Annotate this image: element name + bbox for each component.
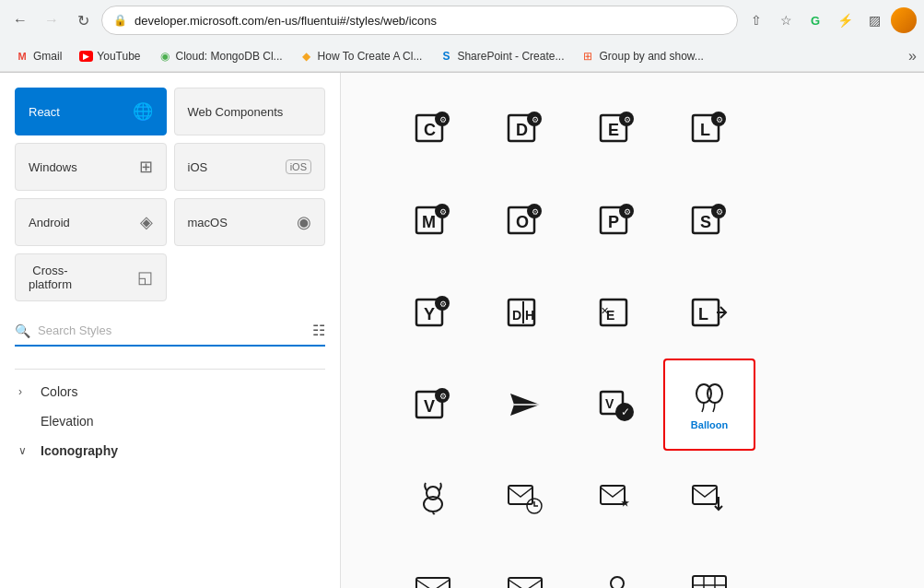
extensions-button[interactable]: ⚡ [832,7,858,33]
bookmark-group[interactable]: ⊞ Group by and show... [573,46,710,66]
colors-label: Colors [41,384,77,399]
bookmarks-bar: M Gmail ▶ YouTube ◉ Cloud: MongoDB Cl...… [0,41,924,72]
tree-item-iconography[interactable]: ∨ Iconography [15,436,325,465]
c-gear-icon: C ⚙ [415,110,451,147]
bookmarks-more[interactable]: » [908,48,917,65]
bookmark-gmail[interactable]: M Gmail [7,46,69,66]
icon-cell-balloon[interactable]: Balloon [663,359,755,451]
gmail-favicon: M [15,49,29,64]
bookmark-mongodb[interactable]: ◉ Cloud: MongoDB Cl... [150,46,290,66]
split-button[interactable]: ▨ [861,7,887,33]
svg-text:⚙: ⚙ [439,115,447,124]
address-bar[interactable]: 🔒 developer.microsoft.com/en-us/fluentui… [101,6,738,35]
icon-cell-l-arrow[interactable]: L [663,266,755,359]
svg-point-54 [708,384,722,403]
mail2-icon [507,570,544,588]
svg-text:D: D [516,121,528,139]
o-gear-icon: O ⚙ [507,202,544,239]
iconography-arrow: ∨ [18,444,33,457]
icon-cell-c-gear[interactable]: C ⚙ [387,82,479,174]
platform-cross[interactable]: Cross-platform ◱ [15,253,167,301]
icon-cell-mail-star[interactable] [571,451,663,543]
bookmark-button[interactable]: ☆ [773,7,799,33]
grid-toggle-icon[interactable]: ☷ [312,322,325,339]
group-favicon: ⊞ [580,49,595,64]
mail1-icon [415,570,451,588]
svg-text:⚙: ⚙ [439,392,447,401]
l-arrow-icon: L [691,294,728,331]
icons-grid: C ⚙ D ⚙ [359,73,906,588]
icon-cell-ex[interactable]: E ✕ [571,266,663,359]
p-gear-icon: P ⚙ [599,202,636,239]
icon-cell-dh[interactable]: D H [479,266,571,359]
android-icon: ◈ [140,212,153,232]
svg-text:⚙: ⚙ [624,115,631,124]
svg-text:C: C [424,121,436,139]
svg-text:⚙: ⚙ [716,115,723,124]
icon-cell-mail1[interactable] [387,543,479,588]
icon-cell-mail-down[interactable] [663,451,755,543]
platform-ios[interactable]: iOS iOS [174,143,326,191]
react-label: React [29,105,60,119]
web-components-label: Web Components [188,105,284,119]
platform-macos[interactable]: macOS ◉ [174,198,326,246]
icon-cell-v2[interactable]: V ✓ [571,359,663,451]
m-gear-icon: M ⚙ [415,202,451,239]
forward-button[interactable]: → [39,7,64,33]
icon-cell-y-gear[interactable]: Y ⚙ [387,266,479,359]
balloon-icon [691,379,728,416]
macos-icon: ◉ [297,212,311,232]
icon-cell-mail2[interactable] [479,543,571,588]
mongodb-favicon: ◉ [158,49,172,64]
tree-item-elevation[interactable]: Elevation [15,406,325,436]
ex-icon: E ✕ [599,294,636,331]
icon-cell-person[interactable] [571,543,663,588]
icon-cell-p-gear[interactable]: P ⚙ [571,174,663,266]
grammarly-button[interactable]: G [802,7,828,33]
tree-item-colors[interactable]: › Colors [15,377,325,406]
svg-text:⚙: ⚙ [439,207,447,217]
icon-cell-e-gear[interactable]: E ⚙ [571,82,663,174]
icon-cell-d-gear[interactable]: D ⚙ [479,82,571,174]
icon-cell-table[interactable] [663,543,755,588]
react-icon: 🌐 [133,101,153,122]
divider-1 [15,369,325,370]
share-button[interactable]: ⇧ [743,7,769,33]
platform-grid: React 🌐 Web Components Windows ⊞ iOS iOS… [15,88,325,301]
v-gear-icon: V ⚙ [415,386,451,423]
profile-avatar[interactable] [891,7,917,33]
main-layout: React 🌐 Web Components Windows ⊞ iOS iOS… [0,73,924,588]
search-section: 🔍 ☷ [15,316,325,347]
svg-rect-61 [693,486,717,504]
back-button[interactable]: ← [7,7,33,33]
svg-marker-60 [621,499,629,507]
icon-cell-v-gear[interactable]: V ⚙ [387,359,479,451]
icon-cell-l-gear[interactable]: L ⚙ [663,82,755,174]
bookmark-sharepoint[interactable]: S SharePoint - Create... [431,46,571,66]
svg-rect-59 [601,486,625,504]
icon-cell-mail-clock[interactable] [479,451,571,543]
elevation-label: Elevation [41,414,94,429]
icon-cell-dog[interactable] [387,451,479,543]
browser-toolbar: ← → ↻ 🔒 developer.microsoft.com/en-us/fl… [0,0,924,41]
refresh-button[interactable]: ↻ [70,7,96,33]
icon-cell-m-gear[interactable]: M ⚙ [387,174,479,266]
svg-text:⚙: ⚙ [532,207,539,217]
svg-text:⚙: ⚙ [439,300,447,309]
bookmark-howto[interactable]: ◆ How To Create A Cl... [292,46,430,66]
url-text: developer.microsoft.com/en-us/fluentui#/… [135,14,726,28]
s-gear-icon: S ⚙ [691,202,728,239]
search-input[interactable] [38,323,305,337]
cross-label: Cross-platform [29,264,72,291]
icon-cell-o-gear[interactable]: O ⚙ [479,174,571,266]
bookmark-youtube[interactable]: ▶ YouTube [71,46,147,66]
svg-text:V: V [605,396,614,411]
platform-web-components[interactable]: Web Components [174,88,326,135]
platform-android[interactable]: Android ◈ [15,198,167,246]
svg-text:H: H [525,308,534,323]
windows-label: Windows [29,160,77,174]
icon-cell-send[interactable] [479,359,571,451]
icon-cell-s-gear[interactable]: S ⚙ [663,174,755,266]
platform-react[interactable]: React 🌐 [15,88,167,135]
platform-windows[interactable]: Windows ⊞ [15,143,167,191]
